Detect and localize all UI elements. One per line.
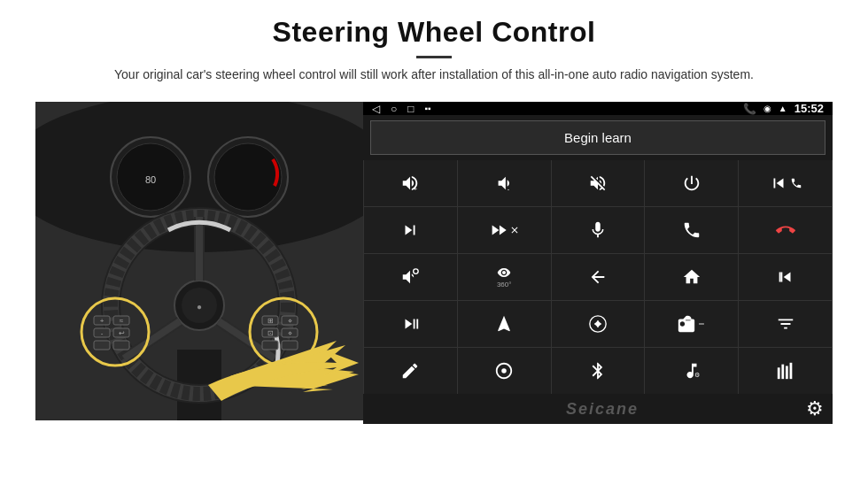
prev-chapter-button[interactable] <box>739 254 832 300</box>
svg-text:80: 80 <box>145 174 156 185</box>
svg-rect-26 <box>113 341 129 350</box>
home-circle-icon[interactable]: ○ <box>391 103 397 115</box>
phone-answer-button[interactable] <box>645 207 738 253</box>
back-arrow-icon[interactable]: ◁ <box>372 103 380 115</box>
recents-icon[interactable]: □ <box>407 103 414 115</box>
phone-icon: 📞 <box>743 103 756 115</box>
svg-text:●: ● <box>197 302 202 312</box>
location-icon: ◉ <box>763 104 771 113</box>
svg-point-48 <box>595 321 601 327</box>
svg-text:⋄: ⋄ <box>288 317 292 325</box>
horn-button[interactable] <box>364 254 457 300</box>
svg-text:≈: ≈ <box>120 317 124 325</box>
steering-wheel-photo: 80 ● <box>35 102 363 420</box>
back-button[interactable] <box>552 254 645 300</box>
sim-icon: ▪▪ <box>425 104 431 113</box>
svg-text:-: - <box>508 185 510 193</box>
audio-visualizer-button[interactable] <box>739 348 832 394</box>
source-switch-button[interactable] <box>552 301 645 347</box>
svg-text:⊡: ⊡ <box>267 329 274 337</box>
svg-text:⊞: ⊞ <box>267 317 274 325</box>
page-container: Steering Wheel Control Your original car… <box>0 0 868 485</box>
radio-button[interactable] <box>645 301 738 347</box>
bluetooth-button[interactable] <box>552 348 645 394</box>
next-skip-button[interactable] <box>364 207 457 253</box>
content-area: 80 ● <box>35 102 833 420</box>
controls-grid: + - <box>363 160 833 394</box>
status-bar-nav: ◁ ○ □ ▪▪ <box>372 103 431 115</box>
wifi-icon: ▲ <box>779 104 787 113</box>
home-button[interactable] <box>645 254 738 300</box>
fast-fwd-button[interactable] <box>458 207 551 253</box>
navigate-button[interactable] <box>458 301 551 347</box>
svg-point-6 <box>214 143 282 211</box>
svg-rect-54 <box>789 363 792 379</box>
svg-point-46 <box>414 269 419 274</box>
music-settings-button[interactable]: ⚙ <box>645 348 738 394</box>
svg-text:⚙: ⚙ <box>694 371 700 379</box>
svg-rect-53 <box>786 366 788 380</box>
watermark-text: Seicane <box>566 400 639 419</box>
next-chapter-button[interactable] <box>364 301 457 347</box>
page-title: Steering Wheel Control <box>114 16 754 49</box>
360-view-button[interactable]: 360° <box>458 254 551 300</box>
audio-eq-button[interactable] <box>739 301 832 347</box>
svg-text:-: - <box>101 329 104 337</box>
svg-rect-36 <box>262 341 278 350</box>
svg-text:↩: ↩ <box>119 329 125 337</box>
edit-button[interactable] <box>364 348 457 394</box>
vol-down-button[interactable]: - <box>458 160 551 206</box>
clock-display: 15:52 <box>794 102 824 115</box>
svg-point-49 <box>501 368 507 373</box>
svg-rect-37 <box>282 341 298 350</box>
subtitle: Your original car's steering wheel contr… <box>114 65 754 84</box>
phone-end-button[interactable] <box>739 207 832 253</box>
android-panel: ◁ ○ □ ▪▪ 📞 ◉ ▲ 15:52 Begin learn + <box>363 102 833 420</box>
svg-text:+: + <box>414 185 417 193</box>
svg-text:⋄: ⋄ <box>288 329 292 337</box>
svg-rect-51 <box>777 367 779 379</box>
svg-text:+: + <box>100 317 105 325</box>
microphone-button[interactable] <box>552 207 645 253</box>
status-bar-right: 📞 ◉ ▲ 15:52 <box>743 102 824 115</box>
settings-circle-button[interactable] <box>458 348 551 394</box>
svg-rect-25 <box>94 341 110 350</box>
prev-track-phone-button[interactable] <box>739 160 832 206</box>
status-bar: ◁ ○ □ ▪▪ 📞 ◉ ▲ 15:52 <box>363 102 833 115</box>
bottom-bar: Seicane ⚙ <box>363 394 833 424</box>
vol-mute-button[interactable] <box>552 160 645 206</box>
title-divider <box>416 56 452 58</box>
settings-gear-icon[interactable]: ⚙ <box>806 397 824 420</box>
title-section: Steering Wheel Control Your original car… <box>114 16 754 95</box>
svg-rect-52 <box>781 365 784 380</box>
begin-learn-button[interactable]: Begin learn <box>370 120 825 155</box>
power-button[interactable] <box>645 160 738 206</box>
vol-up-button[interactable]: + <box>364 160 457 206</box>
